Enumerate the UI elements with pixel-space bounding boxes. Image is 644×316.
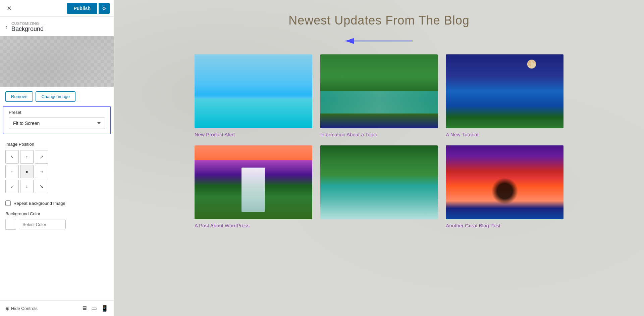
tablet-icon: ▭: [91, 305, 97, 312]
eye-icon: ◉: [5, 306, 9, 311]
hide-controls-button[interactable]: ◉ Hide Controls: [5, 306, 38, 311]
desktop-icon: 🖥: [81, 305, 87, 312]
repeat-checkbox[interactable]: [5, 200, 11, 206]
card-image-forest: [320, 54, 438, 128]
blog-grid: New Product Alert Information About a To…: [195, 54, 564, 228]
bottom-bar: ◉ Hide Controls 🖥 ▭ 📱: [0, 300, 114, 316]
bg-color-section: Background Color: [0, 209, 114, 234]
tablet-button[interactable]: ▭: [91, 305, 97, 312]
position-bottom-center[interactable]: ↓: [20, 180, 34, 193]
preset-select[interactable]: Fit to Screen Fill Screen Repeat Custom: [9, 118, 105, 129]
position-middle-left[interactable]: ←: [5, 165, 19, 178]
left-arrow-icon: [342, 34, 416, 48]
preset-section: Preset Fit to Screen Fill Screen Repeat …: [3, 106, 111, 134]
position-middle-right[interactable]: →: [35, 165, 48, 178]
sidebar: ✕ Publish ⚙ ‹ Customizing Background Rem…: [0, 0, 114, 316]
mobile-button[interactable]: 📱: [101, 305, 108, 312]
desktop-button[interactable]: 🖥: [81, 305, 87, 312]
change-image-button[interactable]: Change image: [36, 91, 75, 102]
section-title: Background: [11, 26, 44, 33]
position-top-left[interactable]: ↖: [5, 150, 19, 164]
position-grid: ↖ ↑ ↗ ← ● → ↙ ↓ ↘: [5, 150, 108, 193]
image-position-section: Image Position ↖ ↑ ↗ ← ● → ↙ ↓ ↘: [0, 139, 114, 198]
publish-button[interactable]: Publish: [67, 3, 97, 14]
position-center[interactable]: ●: [20, 165, 34, 178]
preset-label: Preset: [9, 110, 105, 115]
blog-header: Newest Updates From The Blog: [127, 7, 631, 31]
card-link-tutorial[interactable]: A New Tutorial: [446, 132, 564, 137]
position-top-center[interactable]: ↑: [20, 150, 34, 164]
card-link-information[interactable]: Information About a Topic: [320, 132, 438, 137]
arrow-container: [127, 34, 631, 48]
card-image-sunset: [446, 145, 564, 219]
repeat-label: Repeat Background Image: [13, 201, 65, 206]
repeat-row: Repeat Background Image: [0, 198, 114, 209]
blog-card: Information About a Topic: [320, 54, 438, 137]
device-buttons: 🖥 ▭ 📱: [81, 305, 108, 312]
blog-title: Newest Updates From The Blog: [127, 13, 631, 28]
back-icon: ‹: [5, 24, 7, 30]
top-bar: ✕ Publish ⚙: [0, 0, 114, 17]
blog-card: New Product Alert: [195, 54, 312, 137]
card-image-forest2: [320, 145, 438, 219]
card-link-wordpress[interactable]: A Post About WordPress: [195, 223, 312, 228]
color-input-row: [5, 219, 108, 230]
breadcrumb: ‹ Customizing Background: [0, 17, 114, 36]
card-image-beach: [195, 54, 312, 128]
main-content: Newest Updates From The Blog New Product…: [114, 0, 644, 316]
remove-button[interactable]: Remove: [5, 91, 33, 102]
sidebar-content: Remove Change image Preset Fit to Screen…: [0, 36, 114, 300]
back-button[interactable]: ‹: [5, 24, 7, 31]
customizing-label: Customizing: [11, 21, 44, 26]
card-image-waterfall: [195, 145, 312, 219]
card-image-night-lake: [446, 54, 564, 128]
breadcrumb-text: Customizing Background: [11, 21, 44, 33]
image-position-label: Image Position: [5, 142, 108, 147]
position-bottom-left[interactable]: ↙: [5, 180, 19, 193]
card-link-great-post[interactable]: Another Great Blog Post: [446, 223, 564, 228]
swirl-overlay: [0, 36, 114, 87]
color-text-input[interactable]: [19, 220, 66, 229]
publish-area: Publish ⚙: [67, 3, 110, 14]
image-action-buttons: Remove Change image: [0, 87, 114, 106]
card-link-new-product[interactable]: New Product Alert: [195, 132, 312, 137]
close-button[interactable]: ✕: [4, 3, 14, 13]
settings-button[interactable]: ⚙: [99, 3, 110, 14]
hide-controls-label: Hide Controls: [11, 306, 38, 311]
position-top-right[interactable]: ↗: [35, 150, 48, 164]
blog-card: Another Great Blog Post: [446, 145, 564, 228]
blog-card: A New Tutorial: [446, 54, 564, 137]
color-swatch[interactable]: [5, 219, 16, 230]
bg-color-label: Background Color: [5, 211, 108, 216]
background-preview: [0, 36, 114, 87]
main-inner: Newest Updates From The Blog New Product…: [114, 0, 644, 242]
blog-card: A Post About WordPress: [195, 145, 312, 228]
gear-icon: ⚙: [102, 6, 106, 11]
mobile-icon: 📱: [101, 305, 108, 312]
position-bottom-right[interactable]: ↘: [35, 180, 48, 193]
blog-card: [320, 145, 438, 228]
